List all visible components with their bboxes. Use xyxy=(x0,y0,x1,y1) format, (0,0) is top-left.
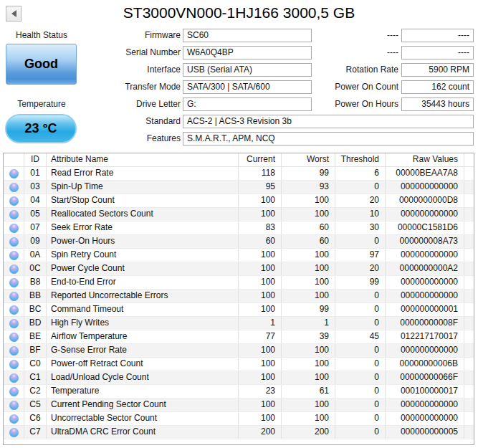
worst-cell: 100 xyxy=(282,194,335,207)
raw-values-cell: 000000000000 xyxy=(386,399,464,411)
worst-column-header[interactable]: Worst xyxy=(282,153,335,166)
status-good-dot-icon xyxy=(9,169,19,178)
status-cell xyxy=(4,181,24,194)
drive-letter-field[interactable]: G: xyxy=(183,97,312,111)
power-on-count-field[interactable]: 162 count xyxy=(401,80,474,94)
id-cell: C6 xyxy=(24,412,47,425)
status-good-dot-icon xyxy=(9,346,19,356)
filler-cell xyxy=(464,167,474,180)
status-good-dot-icon xyxy=(9,360,19,369)
smart-attribute-row[interactable]: C6Uncorrectable Sector Count100100000000… xyxy=(4,412,474,426)
back-button[interactable] xyxy=(6,6,21,22)
raw-values-cell: 000000000005 xyxy=(386,426,464,439)
worst-cell: 100 xyxy=(282,358,335,371)
raw-values-cell: 00000BEAA7A8 xyxy=(386,167,464,180)
smart-attribute-row[interactable]: C1Load/Unload Cycle Count100100000000000… xyxy=(4,371,474,385)
status-cell xyxy=(4,221,24,234)
id-column-header[interactable]: ID xyxy=(24,153,47,166)
threshold-cell: 0 xyxy=(335,235,386,248)
smart-attribute-row[interactable]: 0CPower Cycle Count100100200000000000A2 xyxy=(4,262,474,276)
threshold-column-header[interactable]: Threshold xyxy=(335,153,386,166)
status-cell xyxy=(4,330,24,343)
raw-values-cell: 000000000001 xyxy=(386,303,464,316)
status-cell xyxy=(4,385,24,398)
filler-cell xyxy=(464,276,474,289)
rotation-rate-field[interactable]: 5900 RPM xyxy=(401,63,474,77)
current-cell: 100 xyxy=(239,399,282,411)
attribute-name-cell: Seek Error Rate xyxy=(47,221,239,234)
worst-cell: 100 xyxy=(282,399,335,411)
current-cell: 100 xyxy=(239,262,282,275)
blank1-field[interactable]: ---- xyxy=(401,29,474,42)
status-good-dot-icon xyxy=(9,251,19,260)
smart-attribute-row[interactable]: 01Read Error Rate11899600000BEAA7A8 xyxy=(4,167,474,181)
raw-values-column-header[interactable]: Raw Values xyxy=(386,153,464,166)
smart-attribute-row[interactable]: C0Power-off Retract Count100100000000000… xyxy=(4,358,474,371)
smart-attribute-row[interactable]: 0ASpin Retry Count10010097000000000000 xyxy=(4,249,474,262)
name-column-header[interactable]: Attribute Name xyxy=(47,153,239,166)
id-cell: 0C xyxy=(24,262,47,275)
status-cell xyxy=(4,208,24,221)
interface-label: Interface xyxy=(43,63,181,77)
current-cell: 100 xyxy=(239,358,282,371)
status-good-dot-icon xyxy=(9,292,19,301)
id-cell: 01 xyxy=(24,167,47,180)
smart-attribute-row[interactable]: C2Temperature23610000100000017 xyxy=(4,385,474,399)
smart-attribute-row[interactable]: 07Seek Error Rate83603000000C1581D6 xyxy=(4,221,474,235)
current-cell: 100 xyxy=(239,249,282,262)
smart-attribute-row[interactable]: BBReported Uncorrectable Errors100100000… xyxy=(4,290,474,303)
raw-values-cell: 000000000000 xyxy=(386,249,464,262)
current-cell: 100 xyxy=(239,303,282,316)
status-cell xyxy=(4,399,24,411)
smart-attribute-row[interactable]: BCCommand Timeout100990000000000001 xyxy=(4,303,474,317)
raw-values-cell: 000000000000 xyxy=(386,181,464,194)
drive-title: ST3000VN000-1HJ166 3000,5 GB xyxy=(29,4,449,22)
filler-cell xyxy=(464,358,474,371)
status-good-dot-icon xyxy=(9,387,19,396)
smart-attribute-row[interactable]: 04Start/Stop Count100100200000000000D8 xyxy=(4,194,474,208)
filler-cell xyxy=(464,371,474,384)
status-cell xyxy=(4,167,24,180)
smart-attribute-row[interactable]: 09Power-On Hours60600000000008A73 xyxy=(4,235,474,249)
status-good-dot-icon xyxy=(9,224,19,233)
smart-attribute-row[interactable]: 05Reallocated Sectors Count1001001000000… xyxy=(4,208,474,221)
status-good-dot-icon xyxy=(9,237,19,247)
blank2-field[interactable]: ---- xyxy=(401,46,474,59)
attribute-name-cell: G-Sense Error Rate xyxy=(47,344,239,357)
current-column-header[interactable]: Current xyxy=(239,153,282,166)
attribute-name-cell: Airflow Temperature xyxy=(47,330,239,343)
threshold-cell: 0 xyxy=(335,303,386,316)
current-cell: 100 xyxy=(239,412,282,425)
id-cell: 03 xyxy=(24,181,47,194)
threshold-cell: 0 xyxy=(335,371,386,384)
id-cell: C2 xyxy=(24,385,47,398)
serial-number-field[interactable]: W6A0Q4BP xyxy=(183,46,312,59)
smart-attribute-row[interactable]: C7UltraDMA CRC Error Count20020000000000… xyxy=(4,426,474,439)
filler-cell xyxy=(464,221,474,234)
features-field[interactable]: S.M.A.R.T., APM, NCQ xyxy=(183,132,474,146)
attribute-name-cell: UltraDMA CRC Error Count xyxy=(47,426,239,439)
worst-cell: 93 xyxy=(282,181,335,194)
firmware-field[interactable]: SC60 xyxy=(183,29,312,42)
smart-attribute-row[interactable]: C5Current Pending Sector Count1001000000… xyxy=(4,399,474,412)
threshold-cell: 45 xyxy=(335,330,386,343)
current-cell: 100 xyxy=(239,194,282,207)
power-on-hours-field[interactable]: 35443 hours xyxy=(401,97,474,111)
id-cell: 04 xyxy=(24,194,47,207)
attribute-name-cell: High Fly Writes xyxy=(47,317,239,330)
standard-field[interactable]: ACS-2 | ACS-3 Revision 3b xyxy=(183,115,474,128)
id-cell: B8 xyxy=(24,276,47,289)
worst-cell: 100 xyxy=(282,412,335,425)
transfer-mode-field[interactable]: SATA/300 | SATA/600 xyxy=(183,80,312,94)
interface-field[interactable]: USB (Serial ATA) xyxy=(183,63,312,77)
smart-attribute-row[interactable]: B8End-to-End Error10010099000000000000 xyxy=(4,276,474,290)
id-cell: BE xyxy=(24,330,47,343)
smart-attribute-row[interactable]: BFG-Sense Error Rate1001000000000000000 xyxy=(4,344,474,358)
smart-attribute-row[interactable]: 03Spin-Up Time95930000000000000 xyxy=(4,181,474,194)
status-good-dot-icon xyxy=(9,428,19,437)
filler-cell xyxy=(464,385,474,398)
attribute-name-cell: Power-off Retract Count xyxy=(47,358,239,371)
smart-attribute-row[interactable]: BEAirflow Temperature773945012217170017 xyxy=(4,330,474,344)
power-on-count-label: Power On Count xyxy=(308,80,398,94)
smart-attribute-row[interactable]: BDHigh Fly Writes11000000000008F xyxy=(4,317,474,330)
